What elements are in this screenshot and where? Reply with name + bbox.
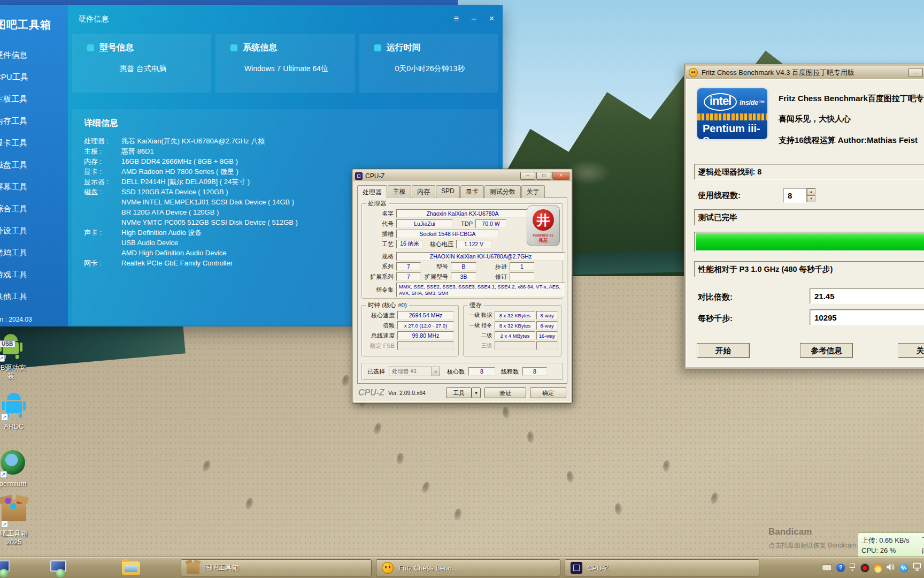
benchmark-progress-bar bbox=[694, 232, 924, 252]
system-info-icon bbox=[230, 44, 237, 51]
threads-field: 8 bbox=[522, 367, 547, 376]
desktop-icon-chromium[interactable]: permium bbox=[0, 448, 34, 488]
tab-about[interactable]: 关于 bbox=[521, 185, 545, 198]
threads-stepper[interactable]: 8 ▲▼ bbox=[783, 188, 816, 203]
sidebar-item-screen-tools[interactable]: 屏幕工具 bbox=[0, 176, 68, 197]
shortcut-arrow-icon bbox=[0, 355, 5, 362]
sidebar-item-peripheral-tools[interactable]: 外设工具 bbox=[0, 219, 68, 241]
close-icon[interactable]: × bbox=[489, 13, 494, 25]
card-uptime: 运行时间 0天0小时26分钟13秒 bbox=[359, 34, 498, 93]
toolbox-sidebar: 图吧工具箱 硬件信息 CPU工具 主板工具 内存工具 显卡工具 磁盘工具 屏幕工… bbox=[0, 5, 68, 326]
volume-icon[interactable] bbox=[886, 563, 895, 573]
keyboard-icon[interactable] bbox=[822, 565, 832, 571]
minimize-icon[interactable]: – bbox=[472, 13, 476, 25]
desktop-icon-label: permium bbox=[0, 480, 34, 488]
detail-row: 处理器 :兆芯 KaiXian(开先) KX-U6780A@2.7GHz 八核 bbox=[84, 136, 498, 146]
processors-found-box: 逻辑处理器找到: 8 bbox=[694, 164, 924, 180]
close-benchmark-button[interactable]: 关闭 bbox=[898, 343, 924, 358]
ok-button[interactable]: 确定 bbox=[530, 387, 566, 398]
close-button[interactable]: × bbox=[552, 172, 569, 180]
start-button[interactable]: 开始 bbox=[697, 343, 750, 358]
network-icon[interactable] bbox=[913, 562, 922, 573]
clocks-group: 时钟 (核心 #0) 核心速度2694.54 MHz 倍频x 27.0 (12.… bbox=[361, 305, 459, 356]
taskbar-partial-icon[interactable] bbox=[0, 560, 10, 572]
sidebar-item-memory-tools[interactable]: 内存工具 bbox=[0, 110, 68, 132]
desktop-icon-ardc[interactable]: ARDC bbox=[0, 391, 35, 431]
explorer-folder-icon[interactable] bbox=[122, 561, 140, 575]
fritz-titlebar[interactable]: Fritz Chess Benchmark V4.3 百度图拉丁吧专用版 – □ bbox=[686, 66, 924, 79]
reference-button[interactable]: 参考信息 bbox=[800, 343, 853, 358]
uptime-icon bbox=[374, 44, 381, 51]
taskbar-button-fritz[interactable]: Fritz Chess Benc... bbox=[376, 559, 560, 576]
ratio-label: 对比倍数: bbox=[698, 292, 733, 302]
l1i-field: 8 x 32 KBytes bbox=[495, 321, 535, 330]
menu-icon[interactable]: ≡ bbox=[453, 13, 458, 25]
status-box: 测试已完毕 bbox=[694, 209, 924, 225]
taskbar-button-cpuz[interactable]: CPU-Z bbox=[565, 559, 759, 576]
family-field: 7 bbox=[396, 262, 421, 271]
desktop-icon-toolbox-2025[interactable]: 吧工具箱2025 bbox=[0, 497, 35, 546]
bandicam-watermark: Bandicam 点击托盘图标以恢复 Bandicam bbox=[768, 527, 857, 550]
model-field: B bbox=[451, 262, 476, 271]
globe-browser-icon bbox=[0, 450, 27, 478]
spec-field: ZHAOXIN KaiXian KX-U6780A@2.7GHz bbox=[396, 252, 565, 261]
sidebar-item-stress-tools[interactable]: 烤鸡工具 bbox=[0, 241, 68, 263]
knps-label: 每秒千步: bbox=[698, 314, 733, 324]
sidebar-item-disk-tools[interactable]: 磁盘工具 bbox=[0, 154, 68, 176]
sidebar-item-game-tools[interactable]: 游戏工具 bbox=[0, 263, 68, 285]
model-info-icon bbox=[87, 44, 94, 51]
tools-button[interactable]: 工具 bbox=[446, 387, 472, 398]
tab-mainboard[interactable]: 主板 bbox=[388, 185, 411, 198]
toolbox-version-text: on : 2024.03 bbox=[0, 316, 32, 323]
bandicam-record-icon[interactable] bbox=[860, 563, 870, 573]
sidebar-item-general-tools[interactable]: 综合工具 bbox=[0, 197, 68, 219]
tab-spd[interactable]: SPD bbox=[436, 185, 460, 198]
cpuz-titlebar[interactable]: CPU-Z – □ × bbox=[353, 170, 571, 181]
card-title: 型号信息 bbox=[99, 42, 134, 54]
desktop-icon-adb-driver[interactable]: USB DB驱动安装 bbox=[0, 332, 32, 381]
desktop-icon-label: ARDC bbox=[0, 422, 35, 431]
card-value: Windows 7 Ultimate 64位 bbox=[230, 64, 355, 74]
tools-dropdown-icon[interactable]: ▼ bbox=[472, 387, 481, 398]
shortcut-arrow-icon bbox=[1, 521, 8, 528]
detail-row: 内存 :16GB DDR4 2666MHz ( 8GB + 8GB ) bbox=[84, 156, 498, 166]
stepper-down-icon[interactable]: ▼ bbox=[807, 195, 815, 202]
minimize-button[interactable]: – bbox=[908, 68, 923, 77]
tab-graphics[interactable]: 显卡 bbox=[460, 185, 484, 198]
tab-memory[interactable]: 内存 bbox=[412, 185, 435, 198]
sidebar-item-cpu-tools[interactable]: CPU工具 bbox=[0, 66, 68, 88]
sidebar-item-other-tools[interactable]: 其他工具 bbox=[0, 285, 68, 307]
card-value: 0天0小时26分钟13秒 bbox=[374, 64, 498, 74]
show-hidden-icons[interactable]: ▼ bbox=[849, 564, 856, 572]
cpuz-version: Ver. 2.09.0.x64 bbox=[388, 390, 426, 396]
toolbox-app-title: 图吧工具箱 bbox=[0, 18, 68, 32]
sidebar-item-gpu-tools[interactable]: 显卡工具 bbox=[0, 132, 68, 154]
minimize-button[interactable]: – bbox=[520, 172, 535, 180]
cores-field: 8 bbox=[468, 367, 495, 376]
shortcut-arrow-icon bbox=[1, 414, 8, 421]
processor-select[interactable]: 处理器 #1▼ bbox=[389, 367, 440, 376]
voltage-field: 1.122 V bbox=[456, 240, 491, 248]
audio-wave-icon[interactable] bbox=[899, 564, 908, 573]
pentium-logo: intelinside™ Pentium iii-S Tualatin™ bbox=[696, 87, 769, 141]
bandicam-stats-tooltip: 上传: 0.65 KB/s下 CPU: 26 %内 bbox=[858, 533, 924, 558]
fritz-task-icon bbox=[382, 562, 394, 574]
remote-desktop-icon[interactable] bbox=[50, 560, 66, 572]
sidebar-item-mainboard-tools[interactable]: 主板工具 bbox=[0, 88, 68, 110]
shortcut-arrow-icon bbox=[0, 471, 7, 478]
sidebar-item-hardware-info[interactable]: 硬件信息 bbox=[0, 44, 68, 66]
maximize-button[interactable]: □ bbox=[536, 172, 551, 180]
cpuz-task-icon bbox=[571, 562, 582, 574]
tab-bench[interactable]: 测试分数 bbox=[484, 185, 521, 198]
fritz-window-title: Fritz Chess Benchmark V4.3 百度图拉丁吧专用版 bbox=[702, 68, 854, 78]
validate-button[interactable]: 验证 bbox=[484, 387, 526, 398]
instructions-field: MMX, SSE, SSE2, SSE3, SSSE3, SSE4.1, SSE… bbox=[396, 283, 565, 297]
core-speed-field: 2694.54 MHz bbox=[397, 311, 454, 320]
l2-field: 2 x 4 MBytes bbox=[495, 331, 535, 340]
tab-processor[interactable]: 处理器 bbox=[357, 185, 387, 198]
stepper-up-icon[interactable]: ▲ bbox=[807, 188, 815, 195]
toolbox-page-title: 硬件信息 bbox=[68, 5, 503, 34]
taskbar-button-toolbox[interactable]: 图吧工具箱 bbox=[181, 559, 372, 576]
flame-icon[interactable] bbox=[874, 564, 882, 573]
help-icon[interactable] bbox=[836, 564, 845, 572]
